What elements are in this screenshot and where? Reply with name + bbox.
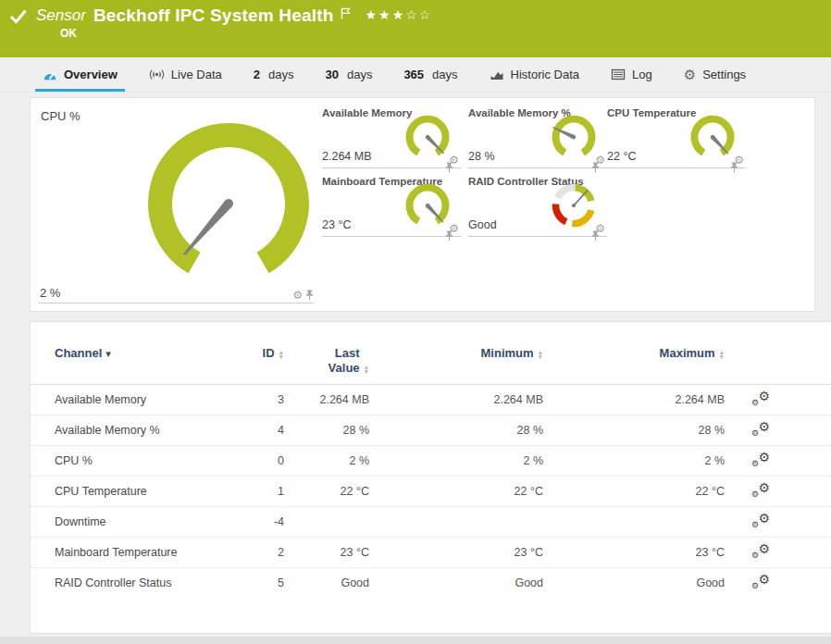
tab-label: Historic Data <box>511 68 579 81</box>
star-rating[interactable]: ★★★☆☆ <box>366 7 433 22</box>
maximum-cell: 2.264 MB <box>543 385 725 415</box>
column-header-last-value[interactable]: Last Value▲▼ <box>284 337 369 385</box>
channel-name-cell[interactable]: Available Memory % <box>31 415 230 446</box>
channel-id-cell: 5 <box>230 568 284 599</box>
pin-icon[interactable] <box>591 162 600 173</box>
table-row[interactable]: Available Memory 3 2.264 MB 2.264 MB 2.2… <box>31 385 831 415</box>
table-row[interactable]: CPU Temperature 1 22 °C 22 °C 22 °C ⚙⚙ <box>31 477 831 507</box>
channel-settings-icon[interactable]: ⚙⚙ <box>751 421 770 437</box>
maximum-cell: 2 % <box>543 446 725 477</box>
channel-settings-icon[interactable]: ⚙⚙ <box>751 513 770 528</box>
sensor-page: Sensor Beckhoff IPC System Health ★★★☆☆ … <box>0 0 831 644</box>
channel-name-cell[interactable]: Available Memory <box>31 385 230 415</box>
table-row[interactable]: CPU % 0 2 % 2 % 2 % ⚙⚙ <box>31 446 831 477</box>
channel-settings-icon[interactable]: ⚙⚙ <box>751 390 770 406</box>
channel-settings-icon[interactable]: ⚙⚙ <box>751 482 770 498</box>
channel-name-cell[interactable]: Mainboard Temperature <box>31 538 230 568</box>
channel-settings-icon[interactable]: ⚙⚙ <box>751 574 770 589</box>
priority-flag-icon[interactable] <box>341 7 351 19</box>
gauge-dial <box>400 115 455 163</box>
page-footer-strip <box>0 637 831 644</box>
channel-id-cell: 2 <box>230 538 284 568</box>
tab-label: days <box>432 68 457 81</box>
column-header-channel[interactable]: Channel▾ <box>31 337 230 385</box>
minimum-cell: Good <box>369 568 543 599</box>
table-row[interactable]: Downtime -4 ⚙⚙ <box>31 507 831 538</box>
channel-name-cell[interactable]: Downtime <box>31 507 230 538</box>
table-row[interactable]: Available Memory % 4 28 % 28 % 28 % ⚙⚙ <box>31 415 831 446</box>
gauge-available-memory[interactable]: Available Memory 2.264 MB ⚙ <box>322 107 461 168</box>
minimum-cell: 2.264 MB <box>369 385 543 415</box>
pin-icon[interactable] <box>445 230 453 242</box>
column-header-id[interactable]: ID▲▼ <box>230 337 284 385</box>
tab-30-days[interactable]: 30 days <box>325 57 372 92</box>
live-data-icon <box>149 68 165 81</box>
tab-log[interactable]: Log <box>611 57 652 92</box>
channel-id-cell: 3 <box>230 385 284 415</box>
last-value-cell: Good <box>284 568 369 599</box>
star-filled-icon[interactable]: ★ <box>392 7 406 22</box>
star-filled-icon[interactable]: ★ <box>378 7 392 22</box>
minimum-cell: 22 °C <box>369 477 543 507</box>
filler-cell <box>797 385 831 415</box>
pin-icon[interactable] <box>445 162 453 173</box>
column-header-maximum[interactable]: Maximum▲▼ <box>543 337 725 385</box>
star-filled-icon[interactable]: ★ <box>366 7 379 22</box>
maximum-cell: 28 % <box>543 415 725 446</box>
gauge-title: Available Memory <box>322 107 412 118</box>
pin-icon[interactable] <box>305 290 314 301</box>
gauge-value: 2.264 MB <box>322 150 372 163</box>
channel-id-cell: 4 <box>230 415 284 446</box>
primary-gauge[interactable] <box>127 111 330 278</box>
gauges-panel: CPU % 0 % 100 % 2 % ⚙ Available Memory <box>30 97 815 312</box>
gauge-available-memory-pct[interactable]: Available Memory % 28 % ⚙ <box>468 107 607 168</box>
channel-name-cell[interactable]: CPU % <box>31 446 230 477</box>
sort-icon: ▲▼ <box>279 350 284 359</box>
pin-icon[interactable] <box>730 162 738 173</box>
filler-cell <box>797 568 831 599</box>
gauge-raid-controller-status[interactable]: RAID Controller Status Good ⚙ <box>468 176 607 237</box>
column-header-minimum[interactable]: Minimum▲▼ <box>369 337 543 385</box>
sort-icon: ▲▼ <box>364 365 369 374</box>
minimum-cell: 23 °C <box>369 538 543 568</box>
sensor-type-label: Sensor <box>36 6 86 25</box>
gear-icon: ⚙ <box>684 68 696 81</box>
last-value-cell: 22 °C <box>284 477 369 507</box>
pin-icon[interactable] <box>591 230 600 242</box>
sort-icon: ▲▼ <box>538 350 543 359</box>
tab-2-days[interactable]: 2 days <box>254 57 294 92</box>
tab-label: Overview <box>64 68 118 81</box>
primary-gauge-title: CPU % <box>41 109 81 123</box>
minimum-cell: 2 % <box>369 446 543 477</box>
channel-name-cell[interactable]: RAID Controller Status <box>31 568 230 599</box>
channel-id-cell: -4 <box>230 507 284 538</box>
gauge-cpu-temperature[interactable]: CPU Temperature 22 °C ⚙ <box>607 107 746 168</box>
sensor-title: Beckhoff IPC System Health <box>93 6 334 26</box>
filler-cell <box>797 538 831 568</box>
tab-live-data[interactable]: Live Data <box>149 57 222 92</box>
star-empty-icon[interactable]: ☆ <box>419 7 433 22</box>
divider <box>322 167 461 168</box>
last-value-cell: 2 % <box>284 446 369 477</box>
ok-check-icon <box>9 7 28 26</box>
tab-settings[interactable]: ⚙ Settings <box>684 57 746 92</box>
channel-settings-icon[interactable]: ⚙⚙ <box>751 452 770 467</box>
tab-historic-data[interactable]: Historic Data <box>490 57 579 92</box>
column-header-settings <box>725 337 797 385</box>
channel-name-cell[interactable]: CPU Temperature <box>31 477 230 507</box>
gauge-mainboard-temperature[interactable]: Mainboard Temperature 23 °C ⚙ <box>322 176 461 237</box>
gauge-title: CPU Temperature <box>607 107 696 118</box>
last-value-cell: 28 % <box>284 415 369 446</box>
maximum-cell: 23 °C <box>543 538 725 568</box>
channel-table-body: Available Memory 3 2.264 MB 2.264 MB 2.2… <box>31 385 831 599</box>
tab-365-days[interactable]: 365 days <box>403 57 457 92</box>
tab-overview[interactable]: Overview <box>43 57 118 92</box>
gauge-icon <box>43 68 57 81</box>
channel-settings-icon[interactable]: ⚙⚙ <box>751 543 770 559</box>
channel-table-panel: Channel▾ ID▲▼ Last Value▲▼ Minimum▲▼ Max… <box>30 321 831 634</box>
table-row[interactable]: Mainboard Temperature 2 23 °C 23 °C 23 °… <box>31 538 831 568</box>
gauge-settings-icon[interactable]: ⚙ <box>292 290 303 301</box>
gauge-value: 28 % <box>468 150 495 163</box>
star-empty-icon[interactable]: ☆ <box>405 7 419 22</box>
table-row[interactable]: RAID Controller Status 5 Good Good Good … <box>31 568 831 599</box>
